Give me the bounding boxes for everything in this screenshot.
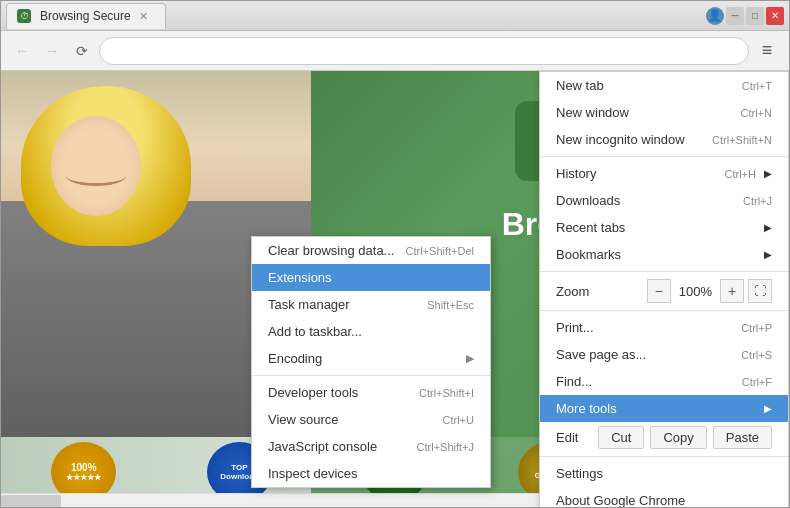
submenu-view-source-label: View source (268, 412, 443, 427)
menu-find[interactable]: Find... Ctrl+F (540, 368, 788, 395)
submenu-extensions-label: Extensions (268, 270, 474, 285)
menu-divider-1 (540, 156, 788, 157)
menu-more-tools-arrow: ▶ (764, 403, 772, 414)
forward-button[interactable]: → (39, 38, 65, 64)
tab-favicon: ⏱ (17, 9, 31, 23)
menu-find-label: Find... (556, 374, 734, 389)
menu-divider-3 (540, 310, 788, 311)
zoom-decrease-button[interactable]: − (647, 279, 671, 303)
more-tools-submenu: Clear browsing data... Ctrl+Shift+Del Ex… (251, 236, 491, 488)
maximize-button[interactable]: □ (746, 7, 764, 25)
profile-icon[interactable]: 👤 (706, 7, 724, 25)
submenu-inspect-devices-label: Inspect devices (268, 466, 474, 481)
submenu-inspect-devices[interactable]: Inspect devices (252, 460, 490, 487)
minimize-button[interactable]: ─ (726, 7, 744, 25)
menu-recent-tabs-label: Recent tabs (556, 220, 756, 235)
tab-close-button[interactable]: ✕ (139, 10, 148, 23)
address-bar[interactable] (99, 37, 749, 65)
menu-about-label: About Google Chrome (556, 493, 772, 507)
menu-history-label: History (556, 166, 717, 181)
menu-bookmarks-arrow: ▶ (764, 249, 772, 260)
menu-save-page[interactable]: Save page as... Ctrl+S (540, 341, 788, 368)
menu-about[interactable]: About Google Chrome (540, 487, 788, 507)
submenu-clear-browsing-shortcut: Ctrl+Shift+Del (406, 245, 474, 257)
zoom-fullscreen-button[interactable]: ⛶ (748, 279, 772, 303)
menu-history[interactable]: History Ctrl+H ▶ (540, 160, 788, 187)
submenu-js-console[interactable]: JavaScript console Ctrl+Shift+J (252, 433, 490, 460)
menu-divider-2 (540, 271, 788, 272)
zoom-label: Zoom (556, 284, 647, 299)
menu-new-tab-shortcut: Ctrl+T (742, 80, 772, 92)
menu-more-tools-label: More tools (556, 401, 756, 416)
submenu-clear-browsing[interactable]: Clear browsing data... Ctrl+Shift+Del (252, 237, 490, 264)
submenu-developer-tools-shortcut: Ctrl+Shift+I (419, 387, 474, 399)
submenu-encoding-arrow: ▶ (466, 352, 474, 365)
active-tab[interactable]: ⏱ Browsing Secure ✕ (6, 3, 166, 29)
menu-recent-tabs-arrow: ▶ (764, 222, 772, 233)
submenu-developer-tools-label: Developer tools (268, 385, 419, 400)
menu-save-page-label: Save page as... (556, 347, 733, 362)
submenu-developer-tools[interactable]: Developer tools Ctrl+Shift+I (252, 379, 490, 406)
window-controls: 👤 ─ □ ✕ (706, 7, 784, 25)
reload-button[interactable]: ⟳ (69, 38, 95, 64)
menu-print-shortcut: Ctrl+P (741, 322, 772, 334)
cut-button[interactable]: Cut (598, 426, 644, 449)
menu-new-window-shortcut: Ctrl+N (741, 107, 772, 119)
submenu-task-manager[interactable]: Task manager Shift+Esc (252, 291, 490, 318)
submenu-add-taskbar-label: Add to taskbar... (268, 324, 474, 339)
submenu-js-console-shortcut: Ctrl+Shift+J (417, 441, 474, 453)
edit-row: Edit Cut Copy Paste (540, 422, 788, 453)
menu-find-shortcut: Ctrl+F (742, 376, 772, 388)
paste-button[interactable]: Paste (713, 426, 772, 449)
submenu-divider-1 (252, 375, 490, 376)
menu-downloads[interactable]: Downloads Ctrl+J (540, 187, 788, 214)
menu-new-tab-label: New tab (556, 78, 734, 93)
menu-print-label: Print... (556, 320, 733, 335)
close-button[interactable]: ✕ (766, 7, 784, 25)
title-bar: ⏱ Browsing Secure ✕ 👤 ─ □ ✕ (1, 1, 789, 31)
menu-new-tab[interactable]: New tab Ctrl+T (540, 72, 788, 99)
back-button[interactable]: ← (9, 38, 35, 64)
chrome-window: ⏱ Browsing Secure ✕ 👤 ─ □ ✕ ← → ⟳ ≡ (0, 0, 790, 508)
scrollbar-thumb[interactable] (1, 495, 61, 507)
menu-recent-tabs[interactable]: Recent tabs ▶ (540, 214, 788, 241)
submenu-task-manager-shortcut: Shift+Esc (427, 299, 474, 311)
submenu-clear-browsing-label: Clear browsing data... (268, 243, 406, 258)
menu-incognito-shortcut: Ctrl+Shift+N (712, 134, 772, 146)
menu-incognito[interactable]: New incognito window Ctrl+Shift+N (540, 126, 788, 153)
menu-new-window-label: New window (556, 105, 733, 120)
menu-downloads-label: Downloads (556, 193, 735, 208)
submenu-js-console-label: JavaScript console (268, 439, 417, 454)
menu-save-page-shortcut: Ctrl+S (741, 349, 772, 361)
chrome-menu-button[interactable]: ≡ (753, 37, 781, 65)
submenu-view-source-shortcut: Ctrl+U (443, 414, 474, 426)
menu-bookmarks-label: Bookmarks (556, 247, 756, 262)
submenu-extensions[interactable]: Extensions (252, 264, 490, 291)
submenu-view-source[interactable]: View source Ctrl+U (252, 406, 490, 433)
edit-label: Edit (556, 430, 592, 445)
content-area: ⏱ Browsi ✔ Enhance ✔ Makes su 97 100%★★★… (1, 71, 789, 507)
menu-history-shortcut: Ctrl+H (725, 168, 756, 180)
menu-history-arrow: ▶ (764, 168, 772, 179)
submenu-encoding[interactable]: Encoding ▶ (252, 345, 490, 372)
menu-bookmarks[interactable]: Bookmarks ▶ (540, 241, 788, 268)
zoom-increase-button[interactable]: + (720, 279, 744, 303)
menu-new-window[interactable]: New window Ctrl+N (540, 99, 788, 126)
submenu-add-taskbar[interactable]: Add to taskbar... (252, 318, 490, 345)
submenu-task-manager-label: Task manager (268, 297, 427, 312)
menu-more-tools[interactable]: More tools ▶ (540, 395, 788, 422)
zoom-row: Zoom − 100% + ⛶ (540, 275, 788, 307)
copy-button[interactable]: Copy (650, 426, 706, 449)
menu-settings[interactable]: Settings (540, 460, 788, 487)
submenu-encoding-label: Encoding (268, 351, 466, 366)
menu-divider-4 (540, 456, 788, 457)
menu-print[interactable]: Print... Ctrl+P (540, 314, 788, 341)
menu-downloads-shortcut: Ctrl+J (743, 195, 772, 207)
chrome-menu: New tab Ctrl+T New window Ctrl+N New inc… (539, 71, 789, 507)
toolbar: ← → ⟳ ≡ (1, 31, 789, 71)
zoom-value: 100% (671, 284, 720, 299)
menu-incognito-label: New incognito window (556, 132, 704, 147)
tab-title: Browsing Secure (40, 9, 131, 23)
menu-settings-label: Settings (556, 466, 772, 481)
